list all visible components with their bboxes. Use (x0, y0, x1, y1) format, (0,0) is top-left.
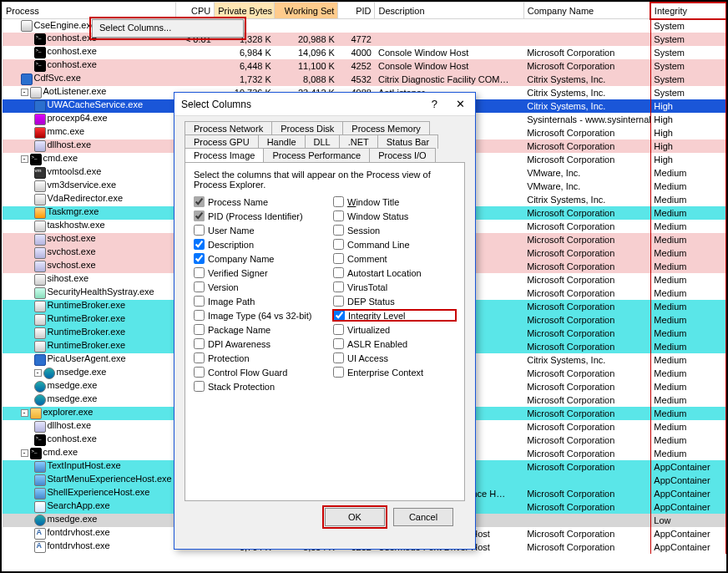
checkbox-input[interactable] (333, 239, 344, 250)
checkbox-input[interactable] (334, 310, 345, 321)
col-header-cpu[interactable]: CPU (176, 3, 215, 19)
checkbox-row[interactable]: Enterprise Context (333, 367, 456, 378)
process-name: PicaUserAgent.exe (48, 353, 126, 363)
cell-ws: 20,988 K (275, 33, 338, 46)
checkbox-row[interactable]: Protection (194, 352, 316, 363)
checkbox-input[interactable] (194, 225, 205, 236)
cell-integrity: AppContainer (650, 487, 725, 500)
checkbox-input[interactable] (333, 267, 344, 278)
checkbox-row[interactable]: Integrity Level (333, 310, 456, 321)
tab[interactable]: Process Network (185, 121, 272, 135)
checkbox-input[interactable] (333, 196, 344, 207)
tab[interactable]: Process Performance (263, 148, 370, 162)
table-row[interactable]: conhost.exe6,448 K11,100 K4252Console Wi… (3, 59, 726, 73)
checkbox-input[interactable] (333, 296, 344, 307)
checkbox-input[interactable] (333, 210, 344, 221)
checkbox-input[interactable] (194, 296, 205, 307)
checkbox-input[interactable] (194, 338, 205, 349)
checkbox-row[interactable]: Comment (333, 253, 456, 264)
checkbox-row[interactable]: Control Flow Guard (194, 367, 316, 378)
checkbox-row[interactable]: UI Access (333, 352, 456, 363)
checkbox-row[interactable]: Process Name (194, 196, 316, 207)
process-name: RuntimeBroker.exe (48, 327, 126, 337)
checkbox-row[interactable]: User Name (194, 225, 316, 236)
checkbox-row[interactable]: Window Title (333, 196, 456, 207)
checkbox-row[interactable]: VirusTotal (333, 281, 456, 292)
col-header-process[interactable]: Process (3, 3, 176, 19)
checkbox-row[interactable]: Command Line (333, 239, 456, 250)
tree-toggle-icon[interactable]: - (34, 369, 42, 377)
checkbox-row[interactable]: Company Name (194, 253, 316, 264)
checkbox-row[interactable]: PID (Process Identifier) (194, 210, 316, 221)
close-button[interactable]: ✕ (452, 98, 468, 110)
tab[interactable]: Process I/O (369, 148, 435, 162)
col-header-private-bytes[interactable]: Private Bytes (215, 3, 275, 19)
checkbox-row[interactable]: Autostart Location (333, 267, 456, 278)
process-name: RuntimeBroker.exe (48, 313, 126, 323)
tree-toggle-icon[interactable]: - (21, 409, 28, 417)
tab[interactable]: Status Bar (377, 134, 438, 149)
checkbox-input[interactable] (194, 239, 205, 250)
checkbox-row[interactable]: Image Path (194, 296, 316, 307)
process-icon (34, 515, 46, 526)
context-menu-select-columns[interactable]: Select Columns... (92, 19, 244, 38)
checkbox-input[interactable] (333, 253, 344, 264)
checkbox-row[interactable]: Session (333, 225, 456, 236)
checkbox-row[interactable]: Window Status (333, 210, 456, 221)
checkbox-row[interactable]: Virtualized (333, 324, 456, 335)
process-icon (34, 100, 46, 112)
checkbox-input[interactable] (194, 210, 205, 221)
checkbox-input[interactable] (194, 267, 205, 278)
ok-button[interactable]: OK (325, 508, 385, 526)
col-header-integrity[interactable]: Integrity (650, 3, 725, 19)
checkbox-input[interactable] (333, 352, 344, 363)
checkbox-input[interactable] (194, 310, 205, 321)
checkbox-row[interactable]: DPI Awareness (194, 338, 316, 349)
col-header-description[interactable]: Description (375, 3, 523, 19)
checkbox-input[interactable] (194, 381, 205, 392)
tree-toggle-icon[interactable]: - (21, 155, 28, 163)
process-icon (34, 274, 46, 286)
checkbox-input[interactable] (194, 367, 205, 378)
checkbox-input[interactable] (194, 324, 205, 335)
checkbox-row[interactable]: Stack Protection (194, 381, 316, 392)
checkbox-input[interactable] (194, 253, 205, 264)
checkbox-input[interactable] (333, 225, 344, 236)
process-name: svchost.exe (48, 233, 96, 243)
checkbox-row[interactable]: Description (194, 239, 316, 250)
tab[interactable]: Process Memory (342, 121, 430, 135)
help-button[interactable]: ? (428, 98, 441, 110)
checkbox-input[interactable] (333, 281, 344, 292)
cell-company: Microsoft Corporation (523, 260, 650, 273)
checkbox-row[interactable]: DEP Status (333, 296, 456, 307)
checkbox-row[interactable]: Verified Signer (194, 267, 316, 278)
tab[interactable]: Process Disk (271, 121, 343, 135)
tab[interactable]: Handle (258, 134, 306, 149)
tab[interactable]: Process GPU (185, 134, 259, 149)
checkbox-input[interactable] (333, 367, 344, 378)
process-icon (34, 528, 46, 540)
table-row[interactable]: conhost.exe6,984 K14,096 K4000Console Wi… (3, 46, 726, 59)
col-header-working-set[interactable]: Working Set (275, 3, 338, 19)
tab[interactable]: DLL (305, 134, 340, 149)
checkbox-row[interactable]: ASLR Enabled (333, 338, 456, 349)
tree-toggle-icon[interactable]: - (21, 449, 28, 457)
checkbox-row[interactable]: Version (194, 281, 316, 292)
table-row[interactable]: CdfSvc.exe1,732 K8,088 K4532Citrix Diagn… (3, 73, 726, 86)
process-icon (34, 247, 46, 259)
checkbox-input[interactable] (333, 338, 344, 349)
checkbox-input[interactable] (194, 196, 205, 207)
checkbox-input[interactable] (194, 281, 205, 292)
cancel-button[interactable]: Cancel (393, 508, 453, 526)
col-header-company[interactable]: Company Name (523, 3, 650, 19)
checkbox-row[interactable]: Image Type (64 vs 32-bit) (194, 310, 316, 321)
col-header-pid[interactable]: PID (338, 3, 375, 19)
checkbox-input[interactable] (333, 324, 344, 335)
cell-company: Microsoft Corporation (523, 460, 650, 474)
process-name: mmc.exe (48, 126, 85, 136)
checkbox-input[interactable] (194, 352, 205, 363)
checkbox-row[interactable]: Package Name (194, 324, 316, 335)
tab[interactable]: .NET (339, 134, 378, 149)
tree-toggle-icon[interactable]: - (21, 89, 28, 96)
tab[interactable]: Process Image (185, 148, 264, 162)
